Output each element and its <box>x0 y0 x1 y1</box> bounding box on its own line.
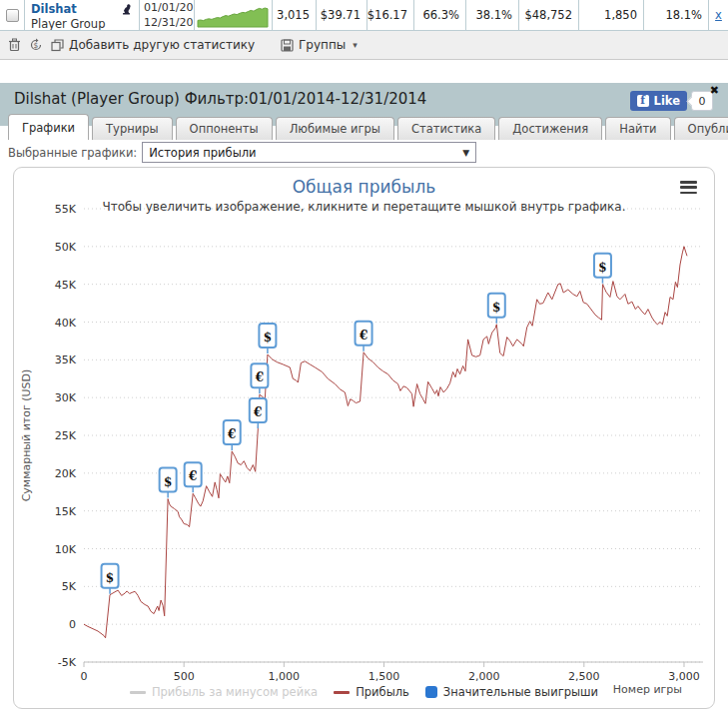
currency-symbol: $ <box>492 301 500 315</box>
groups-label: Группы <box>299 38 346 52</box>
tab-opponents[interactable]: Оппоненты <box>176 117 273 140</box>
facebook-like-label: Like <box>654 94 680 108</box>
currency-symbol: € <box>227 427 236 441</box>
stat-values: 3,015$39.71$16.1766.3%38.1%$48,7521,8501… <box>273 0 709 30</box>
chart-title: Общая прибыль <box>14 177 714 197</box>
x-tick-label: 0 <box>81 670 88 683</box>
legend-label: Прибыль за минусом рейка <box>152 685 318 699</box>
x-tick-label: 1,500 <box>368 670 400 683</box>
panel-header: Dilshat (Player Group) Фильтр:01/01/2014… <box>0 83 728 114</box>
y-tick-label: 15K <box>55 505 77 518</box>
currency-symbol: € <box>188 469 197 483</box>
copy-icon <box>51 39 64 52</box>
player-name-cell: Dilshat Player Group <box>25 0 140 30</box>
tab-statistics[interactable]: Статистика <box>397 117 495 140</box>
legend-line-icon <box>334 691 350 694</box>
x-tick-label: 2,500 <box>568 670 600 683</box>
x-axis-title: Номер игры <box>613 683 682 696</box>
row-checkbox-cell <box>0 0 25 30</box>
tab-graphs[interactable]: Графики <box>8 114 89 140</box>
row-checkbox[interactable] <box>6 9 19 22</box>
graph-select-row: Выбранные графики: История прибыли ▼ <box>0 140 728 165</box>
stat-value-cell: 3,015 <box>273 0 317 30</box>
y-tick-label: -5K <box>58 656 77 669</box>
date-range-cell: 01/01/2014 12/31/2014 <box>140 0 195 30</box>
y-tick-label: 40K <box>55 317 77 330</box>
stat-value-cell: 66.3% <box>414 0 466 30</box>
legend-item[interactable]: Прибыль за минусом рейка <box>130 685 318 699</box>
chart-legend: Прибыль за минусом рейкаПрибыльЗначитель… <box>14 685 714 699</box>
legend-label: Значительные выигрыши <box>443 685 598 699</box>
date-to: 12/31/2014 <box>144 16 194 30</box>
graph-select[interactable]: История прибыли ▼ <box>142 142 476 163</box>
currency-refresh-icon: $ <box>29 38 43 52</box>
groups-caret-icon: ▾ <box>353 40 358 50</box>
y-tick-label: 30K <box>55 391 77 404</box>
spacer <box>0 60 728 83</box>
y-tick-label: 25K <box>55 429 77 442</box>
sparkline-cell <box>195 0 273 30</box>
profit-chart: -5K05K10K15K20K25K30K35K40K45K50K55K0500… <box>13 167 715 709</box>
y-tick-label: 20K <box>55 467 77 480</box>
date-from: 01/01/2014 <box>144 1 194 15</box>
trash-icon <box>8 38 21 52</box>
y-tick-label: 45K <box>55 279 77 292</box>
y-tick-label: 35K <box>55 354 77 366</box>
refresh-currency-button[interactable]: $ <box>29 38 43 52</box>
tab-find[interactable]: Найти <box>605 117 670 140</box>
legend-line-icon <box>130 691 146 694</box>
graph-select-label: Выбранные графики: <box>8 146 137 160</box>
x-tick-label: 2,000 <box>468 670 500 683</box>
stat-value-cell: $48,752 <box>519 0 579 30</box>
add-statistic-button[interactable]: Добавить другую статистику <box>51 38 255 52</box>
panel-title: Dilshat (Player Group) Фильтр:01/01/2014… <box>14 90 426 108</box>
groups-button[interactable]: Группы ▾ <box>281 38 358 52</box>
legend-marker-icon <box>425 686 437 698</box>
currency-symbol: € <box>359 329 367 343</box>
tab-strip: ГрафикиТурнирыОппонентыЛюбимые игрыСтати… <box>0 114 728 140</box>
tab-publish[interactable]: Опубликовать <box>674 117 728 140</box>
currency-symbol: $ <box>106 571 114 585</box>
chart-subtitle: Чтобы увеличить изображение, кликните и … <box>14 200 714 214</box>
profit-line-series <box>84 247 687 638</box>
y-tick-label: 0 <box>69 618 76 631</box>
y-tick-label: 50K <box>55 241 77 254</box>
chart-plot-area[interactable]: -5K05K10K15K20K25K30K35K40K45K50K55K0500… <box>14 168 714 709</box>
chart-menu-icon[interactable] <box>680 181 697 194</box>
currency-symbol: € <box>255 370 264 384</box>
legend-label: Прибыль <box>356 685 409 699</box>
delete-button[interactable] <box>8 38 21 52</box>
x-tick-label: 1,000 <box>269 670 301 683</box>
profit-sparkline <box>197 3 269 28</box>
facebook-icon: f <box>637 95 649 107</box>
tab-achievements[interactable]: Достижения <box>498 117 602 140</box>
remove-row-link[interactable]: x <box>715 8 722 22</box>
tab-tournaments[interactable]: Турниры <box>92 117 173 140</box>
stat-value-cell: 18.1% <box>644 0 709 30</box>
stat-value-cell: $39.71 <box>317 0 367 30</box>
legend-item[interactable]: Значительные выигрыши <box>425 685 598 699</box>
stat-value-cell: 38.1% <box>466 0 519 30</box>
stat-value-cell: $16.17 <box>367 0 414 30</box>
x-tick-label: 500 <box>174 670 195 683</box>
select-arrow-icon: ▼ <box>462 148 469 158</box>
tab-favorite-games[interactable]: Любимые игры <box>276 117 394 140</box>
player-stats-row: Dilshat Player Group 01/01/2014 12/31/20… <box>0 0 728 31</box>
facebook-like-button[interactable]: f Like <box>630 91 687 111</box>
y-tick-label: 5K <box>62 580 77 593</box>
currency-symbol: € <box>253 405 262 419</box>
close-panel-button[interactable]: ✖ <box>710 84 719 97</box>
y-tick-label: 10K <box>55 543 77 556</box>
stats-toolbar: $ Добавить другую статистику Группы ▾ <box>0 31 728 60</box>
graph-select-value: История прибыли <box>149 146 256 160</box>
stat-value-cell: 1,850 <box>579 0 644 30</box>
player-type-label: Player Group <box>31 17 139 30</box>
player-group-icon <box>119 3 133 17</box>
x-tick-label: 3,000 <box>668 670 700 683</box>
add-statistic-label: Добавить другую статистику <box>69 38 255 52</box>
currency-symbol: $ <box>598 261 606 275</box>
currency-symbol: $ <box>264 331 272 345</box>
groups-icon <box>281 39 294 52</box>
legend-item[interactable]: Прибыль <box>334 685 409 699</box>
svg-text:$: $ <box>34 41 39 50</box>
